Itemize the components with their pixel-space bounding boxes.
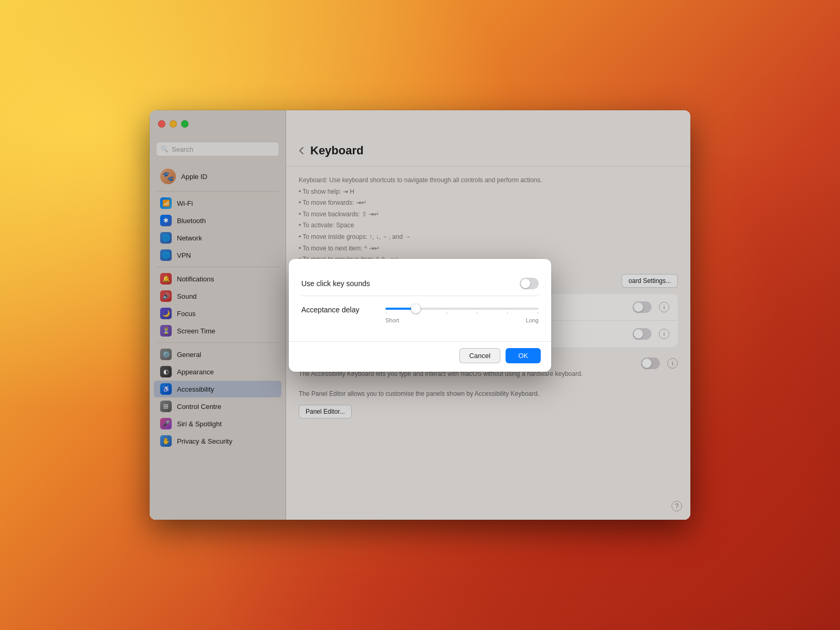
modal-dialog: Use click key sounds Acceptance delay <box>289 259 551 372</box>
modal-sounds-label: Use click key sounds <box>301 279 370 288</box>
tick-6 <box>538 312 538 314</box>
ok-button[interactable]: OK <box>506 348 541 363</box>
modal-sounds-toggle-knob <box>521 279 530 288</box>
tick-5 <box>507 312 508 314</box>
system-preferences-window: 🔍 Search 🐾 Apple ID 📶 Wi-Fi <box>150 110 690 520</box>
modal-overlay: Use click key sounds Acceptance delay <box>150 110 690 520</box>
modal-row-sounds: Use click key sounds <box>301 271 539 296</box>
tick-3 <box>447 312 447 314</box>
slider-track <box>385 308 539 310</box>
slider-short-label: Short <box>385 317 399 323</box>
modal-footer: Cancel OK <box>289 341 551 372</box>
slider-ticks <box>385 312 539 314</box>
modal-body: Use click key sounds Acceptance delay <box>289 259 551 341</box>
modal-sounds-toggle[interactable] <box>520 278 539 289</box>
modal-delay-label: Acceptance delay <box>301 303 385 314</box>
cancel-button[interactable]: Cancel <box>459 348 500 363</box>
modal-row-delay: Acceptance delay <box>301 296 539 331</box>
slider-wrapper: Short Long <box>385 303 539 323</box>
tick-1 <box>386 312 386 314</box>
slider-labels: Short Long <box>385 317 539 323</box>
slider-long-label: Long <box>526 317 539 323</box>
tick-4 <box>477 312 477 314</box>
slider-thumb[interactable] <box>411 304 421 313</box>
